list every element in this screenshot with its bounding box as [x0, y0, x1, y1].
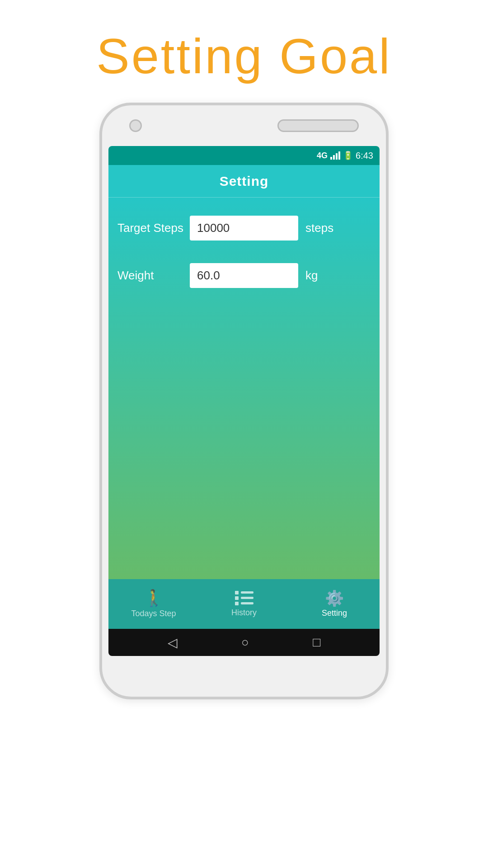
time-display: 6:43: [356, 151, 373, 161]
app-header: Setting: [108, 165, 380, 198]
phone-top: [102, 105, 386, 146]
bottom-nav: 🚶 Todays Step History ⚙️ Setting: [108, 579, 380, 629]
nav-item-setting[interactable]: ⚙️ Setting: [289, 579, 380, 629]
setting-label: Setting: [322, 609, 347, 618]
speaker: [277, 119, 359, 132]
svg-rect-2: [336, 153, 338, 160]
signal-label: 4G: [317, 151, 328, 160]
weight-label: Weight: [117, 269, 190, 283]
phone-frame: 4G 🔋 6:43 Setting Target Steps steps: [99, 103, 389, 699]
weight-input[interactable]: [190, 263, 298, 288]
weight-unit: kg: [305, 269, 318, 283]
android-bar: ◁ ○ □: [108, 629, 380, 656]
history-icon: [235, 591, 253, 605]
target-steps-unit: steps: [305, 221, 333, 235]
camera: [129, 119, 142, 132]
todays-step-label: Todays Step: [131, 609, 176, 618]
history-label: History: [231, 608, 257, 618]
nav-item-history[interactable]: History: [199, 579, 289, 629]
todays-step-icon: 🚶: [144, 590, 164, 606]
svg-rect-1: [333, 155, 335, 160]
status-bar: 4G 🔋 6:43: [108, 146, 380, 165]
page-title: Setting Goal: [96, 27, 391, 85]
weight-row: Weight kg: [117, 263, 371, 288]
recent-button[interactable]: □: [313, 635, 320, 650]
signal-icon: [330, 151, 340, 160]
svg-rect-0: [330, 157, 332, 160]
target-steps-label: Target Steps: [117, 221, 190, 235]
setting-icon: ⚙️: [325, 590, 344, 606]
battery-icon: 🔋: [343, 151, 353, 160]
app-header-title: Setting: [220, 174, 269, 189]
svg-rect-3: [338, 151, 340, 160]
nav-item-todays-step[interactable]: 🚶 Todays Step: [108, 579, 199, 629]
phone-screen: 4G 🔋 6:43 Setting Target Steps steps: [108, 146, 380, 656]
home-button[interactable]: ○: [241, 635, 249, 650]
back-button[interactable]: ◁: [168, 635, 178, 650]
target-steps-input[interactable]: [190, 216, 298, 241]
content-area: Target Steps steps Weight kg: [108, 198, 380, 579]
target-steps-row: Target Steps steps: [117, 216, 371, 241]
